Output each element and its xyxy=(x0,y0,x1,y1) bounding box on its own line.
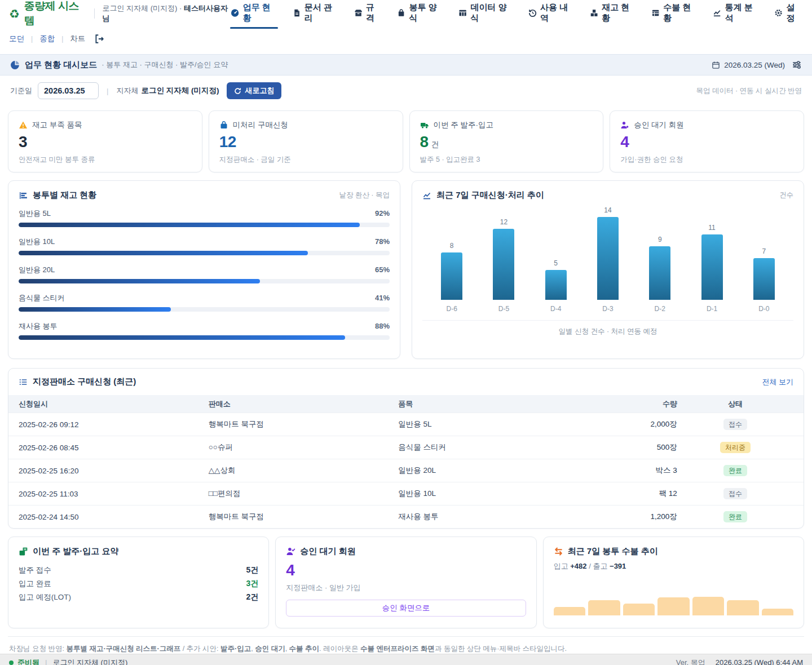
flow-card: 최근 7일 봉투 수불 추이 입고 +482 / 출고 −391 xyxy=(543,537,804,628)
go-approval-button[interactable]: 승인 화면으로 xyxy=(286,600,526,617)
nav-item-label: 봉투 양식 xyxy=(409,2,443,24)
status-badge: 완료 xyxy=(723,465,747,476)
trend-bar-category: D-0 xyxy=(758,305,769,313)
dashboard-icon xyxy=(231,8,239,17)
trend-bar-area: 14 xyxy=(597,205,619,300)
table-row[interactable]: 2025-02-24 14:50행복마트 북구점재사용 봉투1,200장완료 xyxy=(8,505,804,528)
kpi-row: 재고 부족 품목3안전재고 미만 봉투 종류미처리 구매신청12지정판매소 · … xyxy=(0,105,812,172)
subnav-link[interactable]: 모던 xyxy=(9,34,24,44)
kpi-label: 승인 대기 회원 xyxy=(634,120,684,130)
titlebar-date-text: 2026.03.25 (Wed) xyxy=(724,61,785,69)
flow-in-label: 입고 xyxy=(554,562,568,570)
person-check-icon xyxy=(286,547,295,556)
status-divider: | xyxy=(45,658,47,665)
status-badge: 접수 xyxy=(723,488,747,499)
trend-bar xyxy=(753,258,775,300)
nav-item-9[interactable]: 통계 분석 xyxy=(712,0,760,29)
table-row[interactable]: 2025-02-26 09:12행복마트 북구점일반용 5L2,000장접수 xyxy=(8,413,804,436)
cell-status: 처리중 xyxy=(677,442,793,453)
kpi-subtext: 안전재고 미만 봉투 종류 xyxy=(19,155,192,165)
nav-item-5[interactable]: 데이터 양식 xyxy=(458,0,513,29)
trend-bar-category: D-5 xyxy=(498,305,509,313)
flow-sparkline xyxy=(554,595,793,615)
stock-bar-label: 일반용 5L xyxy=(19,209,51,219)
footnote-segment: , xyxy=(285,645,289,653)
stock-bar-label: 일반용 10L xyxy=(19,237,55,247)
nav-item-label: 설정 xyxy=(787,2,802,24)
filter-divider: | xyxy=(107,87,108,95)
status-bar: 준비됨 | 로그인 지자체 (미지정) Ver. 목업 2026.03.25 (… xyxy=(0,654,812,665)
kpi-value: 4 xyxy=(620,134,793,151)
filter-row: 기준일 | 지자체로그인 지자체 (미지정) 새로고침 목업 데이터 · 연동 … xyxy=(0,76,812,105)
trend-bar-area: 11 xyxy=(701,205,723,300)
table-title: 지정판매소 구매신청 (최근) xyxy=(33,376,136,387)
view-all-link[interactable]: 전체 보기 xyxy=(762,377,793,387)
box-icon xyxy=(19,547,28,556)
nav-item-6[interactable]: 사용 내역 xyxy=(528,0,575,29)
exit-icon[interactable] xyxy=(94,34,104,44)
table-row[interactable]: 2025-02-26 08:45○○슈퍼음식물 스티커500장처리중 xyxy=(8,436,804,459)
trend-bar xyxy=(701,234,723,300)
stock-bar-percent: 92% xyxy=(375,209,390,218)
nav-item-label: 사용 내역 xyxy=(540,2,575,24)
kpi-label: 미처리 구매신청 xyxy=(233,120,288,130)
stock-bar-label: 음식물 스티커 xyxy=(19,293,65,303)
nav-item-3[interactable]: 규격 xyxy=(354,0,383,29)
nav-item-2[interactable]: 문서 관리 xyxy=(292,0,339,29)
nav-item-7[interactable]: 재고 현황 xyxy=(589,0,637,29)
base-date-input[interactable] xyxy=(38,82,99,99)
approval-card: 승인 대기 회원 4 지정판매소 · 일반 가입 승인 화면으로 xyxy=(275,537,536,628)
trend-bar-column: 14D-3 xyxy=(582,205,634,313)
cell-store: 행복마트 북구점 xyxy=(209,512,399,522)
footnote-segment: 수불 엔터프라이즈 화면 xyxy=(360,645,435,653)
summary-label: 입고 완료 xyxy=(19,579,51,589)
footnote-segment: 차장님 요청 반영: xyxy=(9,645,66,653)
titlebar-date[interactable]: 2026.03.25 (Wed) xyxy=(712,61,785,69)
stock-bar-track xyxy=(19,223,390,227)
stock-bar-fill xyxy=(19,307,171,312)
status-badge: 처리중 xyxy=(720,442,751,453)
nav-item-10[interactable]: 설정 xyxy=(774,0,803,29)
filter-sliders-icon[interactable] xyxy=(792,60,802,70)
base-date-label: 기준일 xyxy=(10,86,32,96)
request-footnote: 차장님 요청 반영: 봉투별 재고·구매신청 리스트·그래프 / 추가 시안: … xyxy=(8,636,804,654)
trend-bar-column: 8D-6 xyxy=(426,205,478,313)
cell-status: 접수 xyxy=(677,419,793,430)
col-item: 품목 xyxy=(398,399,592,409)
org-label: 지자체 xyxy=(116,86,138,95)
table-row[interactable]: 2025-02-25 16:20△△상회일반용 20L박스 3완료 xyxy=(8,459,804,482)
subnav-link[interactable]: 종합 xyxy=(39,34,55,44)
col-store: 판매소 xyxy=(209,399,399,409)
trend-bar-category: D-1 xyxy=(707,305,717,313)
stock-bar-row: 일반용 10L78% xyxy=(19,237,390,255)
cell-item: 재사용 봉투 xyxy=(398,512,592,522)
subnav-current[interactable]: 차트 xyxy=(70,34,85,44)
nav-item-8[interactable]: 수불 현황 xyxy=(651,0,698,29)
trend-bar-column: 5D-4 xyxy=(530,205,582,313)
ready-label: 준비됨 xyxy=(17,658,39,665)
table-row[interactable]: 2025-02-25 11:03□□편의점일반용 10L팩 12접수 xyxy=(8,482,804,505)
kpi-value: 8건 xyxy=(420,134,593,151)
trend-separator xyxy=(422,320,793,321)
trend-bar xyxy=(441,252,462,300)
cell-qty: 1,200장 xyxy=(592,512,677,522)
trend-bar-area: 7 xyxy=(753,205,775,300)
flow-sparkline-bar xyxy=(623,604,655,615)
data-table-icon xyxy=(458,8,467,17)
nav-item-1[interactable]: 업무 현황 xyxy=(230,0,277,29)
trend-unit-label: 건수 xyxy=(779,190,793,200)
nav-item-label: 수불 현황 xyxy=(663,2,698,24)
nav-item-label: 데이터 양식 xyxy=(471,2,513,24)
version-label: Ver. 목업 xyxy=(676,658,705,665)
cell-status: 완료 xyxy=(677,511,793,522)
trend-bar-area: 12 xyxy=(493,205,514,300)
nav-item-4[interactable]: 봉투 양식 xyxy=(396,0,444,29)
swap-arrows-icon xyxy=(554,547,563,556)
footnote-segment: 발주·입고 xyxy=(220,645,251,653)
approval-sub: 지정판매소 · 일반 가입 xyxy=(286,583,526,593)
stock-bar-percent: 65% xyxy=(375,265,390,274)
refresh-button[interactable]: 새로고침 xyxy=(227,82,281,99)
summary-value: 5건 xyxy=(246,565,259,575)
stock-bar-labels: 일반용 5L92% xyxy=(19,209,390,219)
stock-bar-fill xyxy=(19,251,308,255)
